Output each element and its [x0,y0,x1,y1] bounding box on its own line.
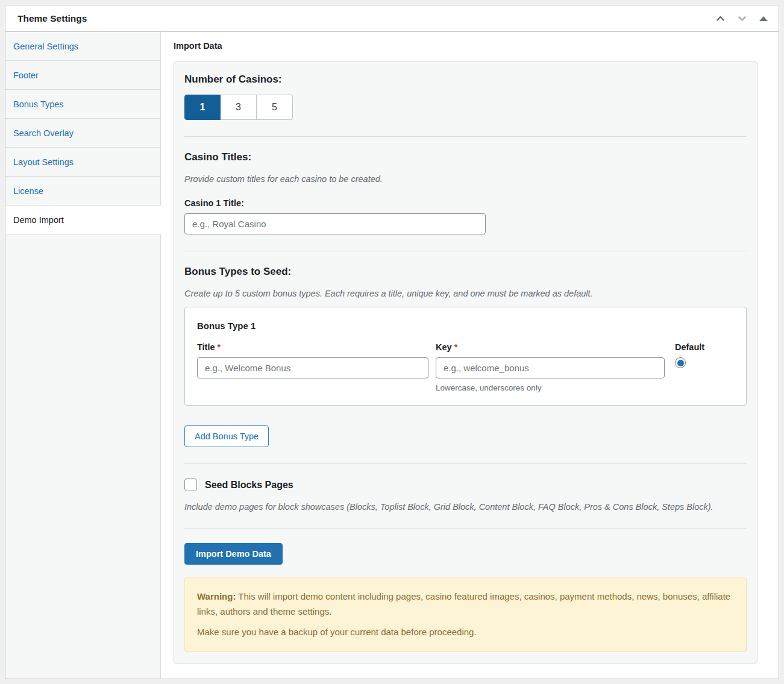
sidebar-item-license[interactable]: License [5,177,161,206]
import-data-panel: Number of Casinos: 1 3 5 Casino Titles: … [174,61,757,664]
bonus-types-description: Create up to 5 custom bonus types. Each … [184,289,747,298]
sidebar-item-general-settings[interactable]: General Settings [5,32,161,61]
metabox-body: General Settings Footer Bonus Types Sear… [5,32,779,679]
section-divider [184,463,747,464]
number-of-casinos-heading: Number of Casinos: [184,74,747,86]
casino-count-option-1[interactable]: 1 [184,95,221,120]
move-up-icon[interactable] [713,12,727,25]
seed-blocks-description: Include demo pages for block showcases (… [184,502,747,512]
bonus-default-radio[interactable] [675,357,686,368]
sidebar-filler [5,234,161,679]
warning-note: Make sure you have a backup of your curr… [197,624,734,639]
metabox-header: Theme Settings [5,5,779,32]
move-down-icon[interactable] [735,12,748,25]
sidebar-item-layout-settings[interactable]: Layout Settings [5,148,161,177]
bonus-key-help: Lowercase, underscores only [436,383,665,392]
seed-blocks-row: Seed Blocks Pages [184,478,747,491]
bonus-key-label-text: Key [436,342,452,352]
casino-1-title-label: Casino 1 Title: [184,198,747,208]
theme-settings-metabox: Theme Settings General Settings Footer B… [5,5,779,679]
seed-blocks-checkbox[interactable] [184,478,197,491]
warning-label: Warning: [197,591,236,601]
bonus-title-column: Title * [197,342,428,392]
casino-1-title-input[interactable] [184,213,486,234]
casino-count-option-3[interactable]: 3 [221,95,257,120]
seed-blocks-label[interactable]: Seed Blocks Pages [205,480,293,491]
toggle-panel-icon[interactable] [757,12,770,25]
bonus-key-input[interactable] [436,357,665,378]
sidebar-item-bonus-types[interactable]: Bonus Types [5,90,161,119]
warning-paragraph: Warning: This will import demo content i… [197,589,734,619]
casino-count-option-5[interactable]: 5 [257,95,293,120]
metabox-controls [713,12,770,25]
section-divider [184,528,747,529]
settings-sidebar: General Settings Footer Bonus Types Sear… [5,32,161,679]
bonus-title-label: Title * [197,342,428,352]
bonus-title-label-text: Title [197,342,215,352]
required-asterisk: * [454,342,458,352]
sidebar-item-footer[interactable]: Footer [5,61,161,90]
section-divider [184,136,747,137]
demo-import-content: Import Data Number of Casinos: 1 3 5 Cas… [161,32,779,679]
add-bonus-type-button[interactable]: Add Bonus Type [184,425,269,447]
page-title: Theme Settings [17,13,87,24]
warning-text: This will import demo content including … [197,591,730,617]
sidebar-item-demo-import[interactable]: Demo Import [5,206,161,234]
casino-count-button-group: 1 3 5 [184,95,293,120]
bonus-key-label: Key * [436,342,665,352]
required-asterisk: * [218,342,221,352]
bonus-type-card-title: Bonus Type 1 [197,321,734,331]
bonus-type-card: Bonus Type 1 Title * Key * [184,307,747,406]
section-title: Import Data [174,41,757,51]
casino-titles-description: Provide custom titles for each casino to… [184,174,747,184]
import-demo-data-button[interactable]: Import Demo Data [184,543,283,565]
import-warning-box: Warning: This will import demo content i… [184,577,747,652]
bonus-default-column: Default [675,342,704,392]
casino-titles-heading: Casino Titles: [184,151,747,163]
sidebar-item-search-overlay[interactable]: Search Overlay [5,119,161,148]
bonus-type-fields-row: Title * Key * Lowercase, underscores [197,342,734,392]
section-divider [184,251,747,251]
bonus-default-label: Default [675,342,704,352]
bonus-key-column: Key * Lowercase, underscores only [436,342,665,392]
bonus-title-input[interactable] [197,357,428,378]
bonus-types-heading: Bonus Types to Seed: [184,266,747,278]
